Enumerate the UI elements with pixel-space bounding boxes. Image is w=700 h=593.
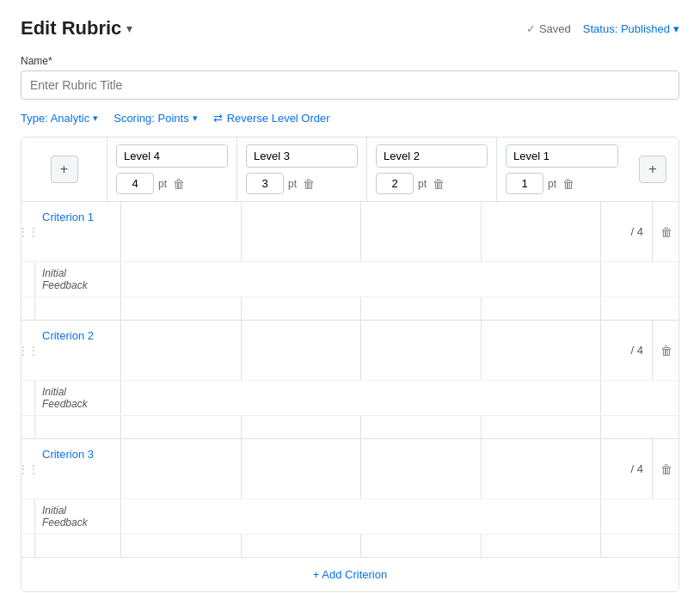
- add-level-left-button[interactable]: +: [51, 156, 78, 183]
- criterion-delete-cell-2: 🗑: [653, 321, 679, 380]
- criterion-desc-level3-1[interactable]: [242, 202, 362, 261]
- feedback-score-empty-1: [601, 262, 653, 296]
- level-2-delete-icon[interactable]: 🗑: [433, 177, 445, 191]
- level-2-name-input[interactable]: [376, 144, 488, 168]
- level-1-name-input[interactable]: [506, 144, 618, 168]
- criterion-group-3: ⋮⋮ Criterion 3 / 4 🗑 Initial Feedback: [21, 439, 679, 557]
- level-2-points-row: pt 🗑: [376, 173, 488, 194]
- criterion-desc-level2-1[interactable]: [361, 202, 482, 261]
- level-3-name-input[interactable]: [246, 144, 358, 168]
- scoring-dropdown[interactable]: Scoring: Points ▾: [114, 112, 197, 125]
- level-3-points-input[interactable]: [246, 173, 284, 194]
- drag-handle-1[interactable]: ⋮⋮: [21, 202, 35, 261]
- criterion-group-2: ⋮⋮ Criterion 2 / 4 🗑 Initial Feedback: [21, 321, 679, 439]
- level-3-pt-label: pt: [288, 178, 297, 190]
- level-4-name-input[interactable]: [116, 144, 228, 168]
- level-4-cell: pt 🗑: [107, 138, 237, 201]
- plus-right-icon: +: [648, 162, 656, 177]
- feedback-drag-2: [21, 381, 35, 415]
- feedback-content-2[interactable]: [121, 381, 601, 415]
- criteria-container: ⋮⋮ Criterion 1 / 4 🗑 Initial Feedback: [21, 202, 679, 557]
- criterion-empty-row-3: [21, 535, 679, 557]
- scoring-chevron-icon: ▾: [193, 113, 198, 124]
- criterion-name-cell-3: Criterion 3: [35, 439, 121, 498]
- title-chevron-icon[interactable]: ▾: [126, 21, 132, 35]
- criterion-delete-icon-1[interactable]: 🗑: [660, 225, 672, 239]
- toolbar: Type: Analytic ▾ Scoring: Points ▾ ⇄ Rev…: [21, 112, 679, 125]
- name-input[interactable]: [21, 70, 679, 100]
- criterion-desc-level4-2[interactable]: [121, 321, 242, 380]
- feedback-drag-1: [21, 262, 35, 296]
- criterion-name-cell-1: Criterion 1: [35, 202, 121, 261]
- criterion-delete-icon-2[interactable]: 🗑: [660, 344, 672, 358]
- criterion-delete-cell-3: 🗑: [653, 439, 679, 498]
- plus-icon: +: [60, 162, 68, 177]
- saved-status: ✓ Saved: [526, 22, 571, 35]
- criterion-desc-level1-2[interactable]: [482, 321, 602, 380]
- feedback-content-1[interactable]: [121, 262, 601, 296]
- criterion-desc-level3-3[interactable]: [242, 439, 362, 498]
- criterion-desc-level4-3[interactable]: [121, 439, 242, 498]
- page-header: Edit Rubric ▾ ✓ Saved Status: Published …: [21, 17, 679, 40]
- saved-label: Saved: [539, 22, 571, 35]
- criterion-score-2: / 4: [601, 321, 653, 380]
- level-1-points-input[interactable]: [506, 173, 543, 194]
- page-title: Edit Rubric: [21, 17, 121, 40]
- drag-handle-2[interactable]: ⋮⋮: [21, 321, 35, 380]
- level-3-points-row: pt 🗑: [246, 173, 358, 194]
- level-3-cell: pt 🗑: [237, 138, 367, 201]
- feedback-label-2: Initial Feedback: [35, 381, 121, 415]
- feedback-label-1: Initial Feedback: [35, 262, 121, 296]
- feedback-label-3: Initial Feedback: [35, 499, 121, 534]
- add-criterion-row: + Add Criterion: [21, 557, 679, 591]
- feedback-score-empty-2: [601, 381, 653, 415]
- level-1-pt-label: pt: [548, 178, 556, 190]
- level-4-delete-icon[interactable]: 🗑: [173, 177, 185, 191]
- criterion-desc-level2-3[interactable]: [361, 439, 482, 498]
- type-label: Type: Analytic: [21, 112, 89, 125]
- level-3-delete-icon[interactable]: 🗑: [303, 177, 315, 191]
- status-badge[interactable]: Status: Published ▾: [583, 22, 679, 35]
- criterion-desc-level3-2[interactable]: [242, 321, 362, 380]
- level-2-points-input[interactable]: [376, 173, 414, 194]
- criterion-desc-level1-1[interactable]: [482, 202, 602, 261]
- level-2-cell: pt 🗑: [367, 138, 497, 201]
- header-empty-cell: +: [21, 138, 107, 201]
- add-level-right-cell: +: [627, 138, 679, 201]
- criterion-desc-level2-2[interactable]: [361, 321, 482, 380]
- add-criterion-button[interactable]: + Add Criterion: [313, 568, 387, 581]
- feedback-content-3[interactable]: [121, 499, 601, 534]
- level-4-points-input[interactable]: [116, 173, 154, 194]
- criterion-name-cell-2: Criterion 2: [35, 321, 121, 380]
- criterion-delete-icon-3[interactable]: 🗑: [660, 462, 672, 476]
- reverse-label: Reverse Level Order: [227, 112, 330, 125]
- type-chevron-icon: ▾: [93, 113, 98, 124]
- scoring-label: Scoring: Points: [114, 112, 188, 125]
- criterion-name-3[interactable]: Criterion 3: [42, 448, 94, 461]
- feedback-row-1: Initial Feedback: [21, 262, 679, 297]
- criterion-desc-level4-1[interactable]: [121, 202, 242, 261]
- criterion-score-1: / 4: [601, 202, 653, 261]
- type-dropdown[interactable]: Type: Analytic ▾: [21, 112, 98, 125]
- level-4-points-row: pt 🗑: [116, 173, 228, 194]
- reverse-order-button[interactable]: ⇄ Reverse Level Order: [213, 112, 330, 125]
- criterion-main-row-2: ⋮⋮ Criterion 2 / 4 🗑: [21, 321, 679, 381]
- criterion-desc-level1-3[interactable]: [482, 439, 602, 498]
- feedback-drag-3: [21, 499, 35, 534]
- level-1-delete-icon[interactable]: 🗑: [562, 177, 574, 191]
- level-1-cell: pt 🗑: [497, 138, 627, 201]
- criterion-name-2[interactable]: Criterion 2: [42, 329, 94, 342]
- name-field-group: Name*: [21, 55, 679, 112]
- header-right: ✓ Saved Status: Published ▾: [526, 22, 679, 35]
- criterion-main-row-1: ⋮⋮ Criterion 1 / 4 🗑: [21, 202, 679, 262]
- levels-header: + pt 🗑 pt 🗑 pt: [21, 138, 679, 202]
- add-level-right-button[interactable]: +: [639, 156, 666, 183]
- check-icon: ✓: [526, 22, 536, 35]
- feedback-row-3: Initial Feedback: [21, 499, 679, 535]
- criterion-group-1: ⋮⋮ Criterion 1 / 4 🗑 Initial Feedback: [21, 202, 679, 321]
- criterion-delete-cell-1: 🗑: [653, 202, 679, 261]
- status-label: Status: Published: [583, 22, 670, 35]
- criterion-name-1[interactable]: Criterion 1: [42, 211, 94, 223]
- criterion-score-3: / 4: [601, 439, 653, 498]
- drag-handle-3[interactable]: ⋮⋮: [21, 439, 35, 498]
